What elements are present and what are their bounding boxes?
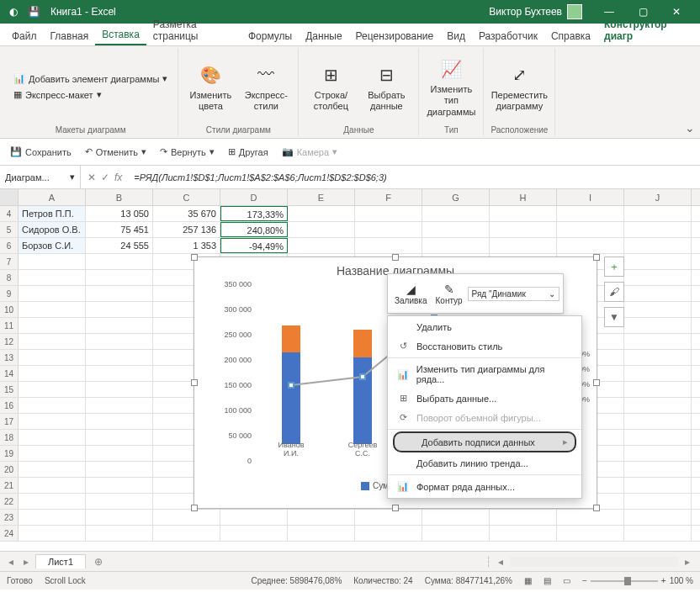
cell[interactable] bbox=[624, 270, 692, 285]
cell[interactable] bbox=[624, 206, 692, 221]
change-chart-type-button[interactable]: 📈Изменить тип диаграммы bbox=[426, 54, 476, 119]
cell[interactable] bbox=[19, 446, 86, 461]
cell[interactable] bbox=[86, 254, 153, 269]
cell[interactable] bbox=[19, 350, 86, 365]
outline-button[interactable]: ✎Контур bbox=[432, 281, 466, 307]
cell[interactable] bbox=[86, 318, 153, 333]
cell[interactable] bbox=[624, 302, 692, 317]
cell[interactable] bbox=[86, 414, 153, 429]
cell[interactable] bbox=[19, 494, 86, 509]
cell[interactable] bbox=[624, 318, 692, 333]
fill-button[interactable]: ◢Заливка bbox=[391, 281, 431, 307]
cell[interactable]: Петров П.П. bbox=[19, 206, 86, 221]
cell[interactable] bbox=[86, 494, 153, 509]
cell[interactable] bbox=[490, 510, 557, 525]
cell[interactable] bbox=[624, 446, 692, 461]
cell[interactable] bbox=[422, 510, 490, 525]
menu-add-trendline[interactable]: Добавить линию тренда... bbox=[388, 454, 581, 473]
chart-filters-button[interactable]: ▼ bbox=[604, 307, 624, 327]
cell[interactable] bbox=[19, 510, 86, 525]
add-sheet-button[interactable]: ⊕ bbox=[89, 556, 108, 568]
quick-styles-button[interactable]: 〰Экспресс-стили bbox=[241, 60, 291, 114]
table-row[interactable]: 6 Борзов С.И. 24 555 1 353 -94,49% bbox=[0, 238, 700, 254]
chart-styles-button[interactable]: 🖌 bbox=[604, 282, 624, 302]
row-header[interactable]: 9 bbox=[0, 286, 19, 301]
table-row[interactable]: 4 Петров П.П. 13 050 35 670 173,33% bbox=[0, 206, 700, 222]
formula-input[interactable]: =РЯД(Лист1!$D$1;Лист1!$A$2:$A$6;Лист1!$D… bbox=[129, 172, 700, 182]
cell[interactable] bbox=[422, 206, 490, 221]
cell[interactable] bbox=[624, 494, 692, 509]
row-header[interactable]: 8 bbox=[0, 270, 19, 285]
cell[interactable] bbox=[86, 286, 153, 301]
row-header[interactable]: 4 bbox=[0, 206, 19, 221]
cell[interactable] bbox=[86, 302, 153, 317]
cell[interactable] bbox=[19, 430, 86, 445]
cell[interactable]: 1 353 bbox=[153, 238, 220, 253]
col-header[interactable]: E bbox=[288, 189, 355, 205]
cell[interactable] bbox=[624, 334, 692, 349]
tab-data[interactable]: Данные bbox=[299, 25, 348, 45]
col-header[interactable]: C bbox=[153, 189, 220, 205]
cell[interactable] bbox=[422, 526, 490, 541]
cell[interactable] bbox=[355, 206, 422, 221]
col-header[interactable]: B bbox=[86, 189, 153, 205]
tab-insert[interactable]: Вставка bbox=[95, 24, 146, 45]
cell[interactable] bbox=[624, 254, 692, 269]
cell[interactable] bbox=[86, 350, 153, 365]
zoom-in-button[interactable]: + bbox=[661, 576, 666, 585]
row-header[interactable]: 24 bbox=[0, 526, 19, 541]
menu-delete[interactable]: Удалить bbox=[388, 318, 581, 336]
col-header[interactable]: J bbox=[624, 189, 692, 205]
cell[interactable] bbox=[220, 510, 288, 525]
cell[interactable] bbox=[288, 206, 355, 221]
menu-add-data-labels[interactable]: Добавить подписи данных▸ bbox=[393, 431, 576, 452]
cell[interactable] bbox=[19, 478, 86, 493]
tab-page-layout[interactable]: Разметка страницы bbox=[146, 13, 241, 45]
resize-handle[interactable] bbox=[593, 254, 600, 261]
cell[interactable] bbox=[490, 222, 557, 237]
scroll-left-button[interactable]: ◂ bbox=[493, 556, 508, 568]
menu-change-series-type[interactable]: 📊Изменить тип диаграммы для ряда... bbox=[388, 360, 581, 389]
cell[interactable]: 75 451 bbox=[86, 222, 153, 237]
tab-split-handle[interactable]: ┆ bbox=[485, 556, 491, 568]
cell[interactable] bbox=[557, 222, 624, 237]
col-header[interactable]: I bbox=[557, 189, 624, 205]
resize-handle[interactable] bbox=[392, 505, 399, 511]
row-header[interactable]: 13 bbox=[0, 350, 19, 365]
data-point[interactable] bbox=[359, 373, 366, 380]
cell[interactable] bbox=[19, 318, 86, 333]
tab-home[interactable]: Главная bbox=[44, 25, 96, 45]
cell[interactable] bbox=[19, 382, 86, 397]
cell[interactable] bbox=[86, 398, 153, 413]
fx-icon[interactable]: fx bbox=[114, 172, 122, 183]
row-header[interactable]: 17 bbox=[0, 414, 19, 429]
series-selector[interactable]: Ряд "Динамик⌄ bbox=[468, 287, 559, 301]
cell[interactable]: 35 670 bbox=[153, 206, 220, 221]
tab-developer[interactable]: Разработчик bbox=[472, 25, 544, 45]
tab-file[interactable]: Файл bbox=[5, 25, 44, 45]
cell[interactable] bbox=[490, 238, 557, 253]
resize-handle[interactable] bbox=[392, 254, 399, 261]
cell[interactable]: Сидоров О.В. bbox=[19, 222, 86, 237]
row-header[interactable]: 11 bbox=[0, 318, 19, 333]
cell[interactable] bbox=[19, 334, 86, 349]
row-header[interactable]: 18 bbox=[0, 430, 19, 445]
spreadsheet-grid[interactable]: A B C D E F G H I J 4 Петров П.П. 13 050… bbox=[0, 189, 700, 551]
cell[interactable] bbox=[557, 238, 624, 253]
qat-other-button[interactable]: ⊞Другая bbox=[225, 145, 272, 159]
cell[interactable] bbox=[624, 350, 692, 365]
cell[interactable] bbox=[86, 526, 153, 541]
cell[interactable]: Борзов С.И. bbox=[19, 238, 86, 253]
cell[interactable] bbox=[86, 366, 153, 381]
cell[interactable] bbox=[557, 206, 624, 221]
cell[interactable] bbox=[355, 238, 422, 253]
cell[interactable] bbox=[624, 462, 692, 477]
cell[interactable] bbox=[422, 222, 490, 237]
cell[interactable] bbox=[86, 446, 153, 461]
cell[interactable] bbox=[624, 382, 692, 397]
cell[interactable] bbox=[288, 222, 355, 237]
view-page-layout-button[interactable]: ▤ bbox=[544, 576, 551, 585]
col-header[interactable]: F bbox=[355, 189, 422, 205]
row-header[interactable]: 16 bbox=[0, 398, 19, 413]
table-row[interactable]: 24 bbox=[0, 526, 700, 542]
